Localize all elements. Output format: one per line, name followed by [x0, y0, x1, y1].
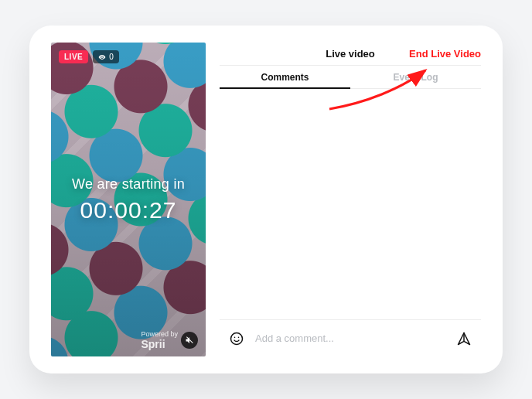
- header: Live video End Live Video: [220, 43, 481, 66]
- video-preview[interactable]: LIVE 0 We are starting in 00:00:27 Power…: [51, 43, 206, 356]
- tabs: Comments Event Log: [220, 66, 481, 89]
- countdown-timer: 00:00:27: [80, 197, 177, 223]
- svg-point-2: [238, 336, 240, 338]
- live-video-panel: LIVE 0 We are starting in 00:00:27 Power…: [29, 26, 503, 373]
- emoji-button[interactable]: [226, 328, 247, 350]
- right-column: Live video End Live Video Comments Event…: [220, 43, 481, 356]
- powered-by-brand: Sprii: [141, 339, 178, 350]
- video-overlay: We are starting in 00:00:27: [51, 43, 206, 356]
- tab-event-log[interactable]: Event Log: [350, 66, 481, 88]
- end-live-button[interactable]: End Live Video: [409, 43, 481, 66]
- comments-list: [220, 89, 481, 319]
- svg-point-1: [234, 336, 236, 338]
- tab-comments[interactable]: Comments: [220, 66, 350, 88]
- mute-icon: [185, 336, 194, 345]
- emoji-icon: [229, 331, 244, 346]
- svg-point-0: [231, 332, 243, 344]
- send-icon: [456, 331, 472, 346]
- page-title: Live video: [326, 48, 375, 60]
- comment-input[interactable]: [255, 332, 445, 344]
- mute-button[interactable]: [181, 332, 198, 349]
- powered-by: Powered by Sprii: [141, 331, 178, 350]
- comment-composer: [220, 319, 481, 356]
- video-column: LIVE 0 We are starting in 00:00:27 Power…: [51, 43, 206, 356]
- overlay-text: We are starting in: [72, 176, 185, 193]
- send-button[interactable]: [453, 328, 475, 350]
